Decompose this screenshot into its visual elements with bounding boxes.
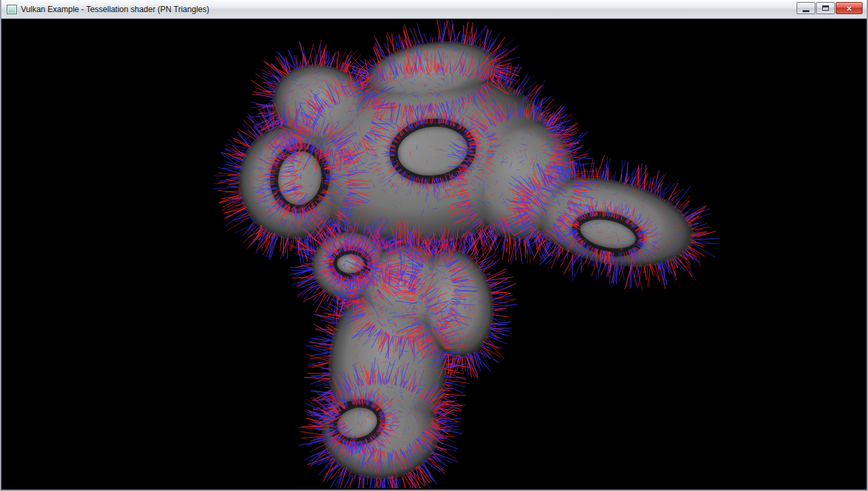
render-canvas[interactable] [1,20,867,488]
minimize-button[interactable] [797,2,815,14]
title-bar[interactable]: Vulkan Example - Tessellation shader (PN… [1,0,867,19]
close-icon: × [846,4,852,13]
minimize-icon [803,10,809,12]
maximize-icon [822,5,829,11]
close-button[interactable]: × [836,2,863,14]
maximize-button[interactable] [816,2,835,14]
app-icon [7,5,17,14]
window-controls: × [797,2,863,14]
app-window: Vulkan Example - Tessellation shader (PN… [0,0,868,491]
render-viewport[interactable] [1,20,867,488]
window-title: Vulkan Example - Tessellation shader (PN… [21,5,209,14]
